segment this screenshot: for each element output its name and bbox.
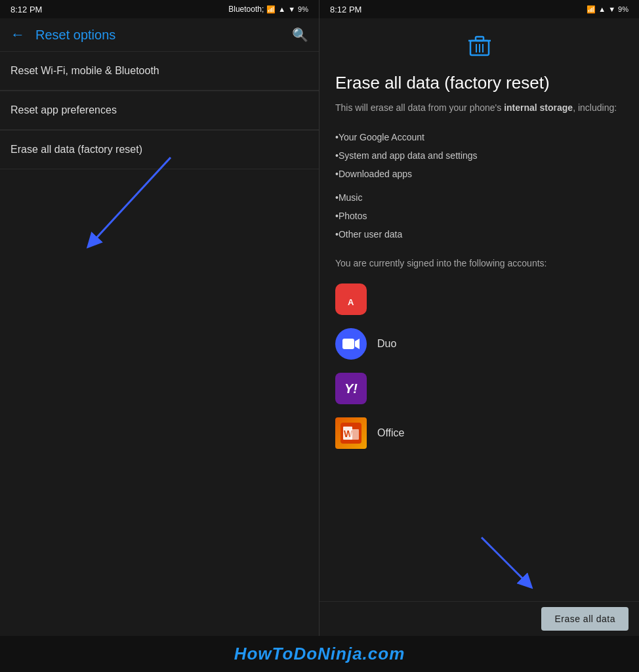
yahoo-icon: Y! [335, 373, 367, 404]
right-panel: 8:12 PM 📶 ▲ ▼ 9% E [320, 0, 639, 636]
account-row-adobe: A [335, 284, 623, 315]
erase-desc-suffix: , including: [573, 102, 617, 113]
list-item: •Other user data [335, 225, 623, 243]
bluetooth-icon: 📶 [266, 5, 276, 14]
right-signal-icon: ▲ [598, 5, 606, 13]
svg-marker-11 [355, 339, 360, 349]
list-item: •Downloaded apps [335, 165, 623, 183]
erase-title: Erase all data (factory reset) [335, 73, 623, 93]
bluetooth-icon: Bluetooth; [228, 5, 264, 14]
erase-description: This will erase all data from your phone… [335, 101, 623, 115]
back-button[interactable]: ← [10, 26, 25, 43]
duo-label: Duo [377, 338, 396, 350]
duo-icon [335, 328, 367, 360]
svg-rect-3 [476, 37, 484, 41]
trash-icon [335, 34, 623, 62]
search-button[interactable]: 🔍 [292, 27, 308, 43]
office-label: Office [377, 427, 405, 439]
svg-rect-15 [350, 429, 359, 440]
wifi-icon: ▼ [288, 5, 295, 13]
erase-list: •Your Google Account •System and app dat… [335, 128, 623, 243]
watermark-text: HowToDoNinja.com [234, 644, 405, 663]
list-item: •System and app data and settings [335, 146, 623, 165]
annotation-arrow-right [468, 531, 547, 597]
right-battery-text: 9% [618, 5, 629, 13]
right-status-bar: 8:12 PM 📶 ▲ ▼ 9% [320, 0, 639, 18]
bottom-bar: Erase all data [320, 601, 639, 636]
left-status-bar: 8:12 PM Bluetooth; 📶 ▲ ▼ 9% [0, 0, 319, 18]
right-wifi-icon: ▼ [608, 5, 615, 13]
erase-desc-prefix: This will erase all data from your phone… [335, 102, 504, 113]
left-panel: 8:12 PM Bluetooth; 📶 ▲ ▼ 9% ← Reset opti… [0, 0, 320, 636]
svg-line-16 [482, 537, 527, 583]
account-row-yahoo: Y! [335, 373, 623, 404]
list-item: •Your Google Account [335, 128, 623, 146]
office-icon: W [335, 417, 367, 449]
menu-item-app-prefs[interactable]: Reset app preferences [0, 91, 319, 130]
battery-text: 9% [298, 5, 308, 13]
left-header: ← Reset options 🔍 [0, 18, 319, 52]
reset-options-title: Reset options [35, 28, 292, 43]
right-content: Erase all data (factory reset) This will… [320, 18, 639, 601]
menu-item-wifi[interactable]: Reset Wi-Fi, mobile & Bluetooth [0, 52, 319, 91]
account-row-office: W Office [335, 417, 623, 449]
signal-icon: ▲ [278, 5, 285, 13]
svg-text:A: A [348, 297, 354, 307]
adobe-icon: A [335, 284, 367, 315]
menu-item-factory-reset[interactable]: Erase all data (factory reset) [0, 131, 319, 169]
right-status-icons: 📶 ▲ ▼ 9% [587, 5, 629, 14]
erase-desc-bold: internal storage [504, 102, 573, 113]
signed-in-text: You are currently signed into the follow… [335, 257, 623, 270]
list-item: •Music [335, 188, 623, 207]
account-row-duo: Duo [335, 328, 623, 360]
left-status-icons: Bluetooth; 📶 ▲ ▼ 9% [228, 5, 308, 14]
right-bluetooth-icon: 📶 [587, 5, 596, 14]
right-time: 8:12 PM [330, 5, 361, 14]
left-time: 8:12 PM [10, 5, 42, 14]
svg-line-0 [92, 158, 171, 243]
list-item: •Photos [335, 207, 623, 225]
svg-rect-10 [342, 339, 354, 349]
erase-all-data-button[interactable]: Erase all data [541, 607, 629, 631]
watermark: HowToDoNinja.com [0, 636, 639, 672]
